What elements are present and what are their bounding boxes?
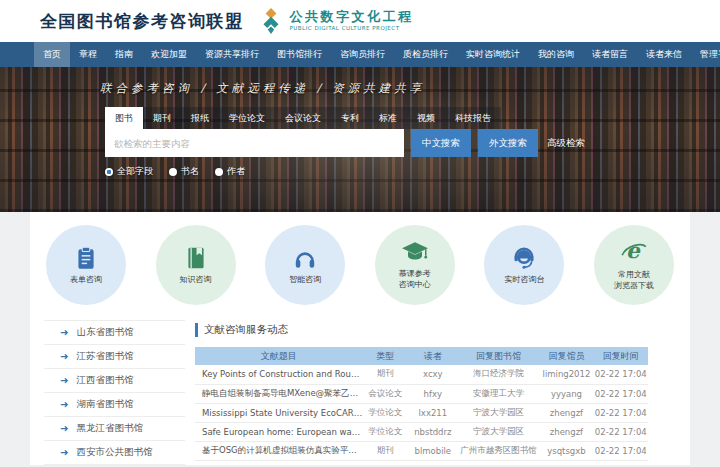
reply-library: 宁波大学园区 [458, 403, 540, 422]
field-radio-author[interactable]: 作者 [215, 165, 245, 178]
service-form-consult[interactable]: 表单咨询 [46, 225, 126, 305]
doc-title-link[interactable]: 静电自组装制备高导电MXene@聚苯乙烯... [195, 384, 363, 403]
nav-item-reader-letter[interactable]: 读者来信 [637, 42, 691, 67]
arrow-right-icon: ➜ [60, 399, 68, 410]
service-shortcuts: 表单咨询 知识咨询 智能咨询 [30, 212, 690, 310]
reply-librarian: zhengzf [539, 403, 593, 422]
table-header-row: 文献题目 类型 读者 回复图书馆 回复馆员 回复时间 [195, 347, 648, 365]
tab-conference-paper[interactable]: 会议论文 [275, 107, 331, 129]
library-link[interactable]: ➜ 湖南省图书馆 [44, 393, 185, 417]
consult-table: 文献题目 类型 读者 回复图书馆 回复馆员 回复时间 Key Points of… [195, 347, 648, 461]
table-row: 静电自组装制备高导电MXene@聚苯乙烯... 会议论文 hfxy 安徽理工大学… [195, 384, 648, 403]
reply-library: 安徽理工大学 [458, 384, 540, 403]
doc-title-link[interactable]: Mississippi State University EcoCAR exte… [195, 403, 363, 422]
library-name: 西安市公共图书馆 [76, 446, 152, 459]
reply-time: 02-22 17:04 [594, 422, 648, 441]
radio-dot-icon [105, 168, 113, 176]
tab-book[interactable]: 图书 [105, 107, 143, 129]
doc-title-link[interactable]: Key Points of Construction and Routine M… [195, 365, 363, 384]
col-doc-title: 文献题目 [195, 347, 363, 365]
col-reply-library: 回复图书馆 [458, 347, 540, 365]
reader-name: blmobile [408, 441, 458, 460]
nav-item-consultant-ranking[interactable]: 咨询员排行 [331, 42, 394, 67]
site-title: 全国图书馆参考咨询联盟 [40, 10, 244, 33]
project-name-cn: 公共数字文化工程 [290, 10, 414, 25]
doc-title-link[interactable]: 基于OSG的计算机虚拟组装仿真实验平台的... [195, 441, 363, 460]
project-logo-group: 公共数字文化工程 PUBLIC DIGITAL CULTURE PROJECT [258, 7, 414, 35]
section-title: 文献咨询服务动态 [195, 323, 648, 337]
search-field-options: 全部字段 书名 作者 [105, 165, 585, 178]
arrow-right-icon: ➜ [60, 423, 68, 434]
service-mooc-center[interactable]: 慕课参考咨询中心 [375, 225, 455, 305]
library-sidebar: ➜ 山东省图书馆 ➜ 江苏省图书馆 ➜ 江西省图书馆 ➜ 湖南省图书馆 ➜ 黑龙… [44, 320, 185, 465]
search-input[interactable] [105, 129, 404, 157]
doc-title-link[interactable]: Safe European home: European war and int… [195, 422, 363, 441]
service-realtime-desk[interactable]: 实时咨询台 [484, 225, 564, 305]
nav-item-join[interactable]: 欢迎加盟 [142, 42, 196, 67]
reply-librarian: liming2012 [539, 365, 593, 384]
headphones-icon [292, 245, 318, 271]
library-link[interactable]: ➜ 江苏省图书馆 [44, 345, 185, 369]
reader-name: xcxy [408, 365, 458, 384]
service-browser-download[interactable]: e 常用文献浏览器下载 [594, 225, 674, 305]
radio-dot-icon [169, 168, 177, 176]
nav-item-realtime-stats[interactable]: 实时咨询统计 [457, 42, 529, 67]
reply-library: 广州市越秀区图书馆 [458, 441, 540, 460]
arrow-right-icon: ➜ [60, 327, 68, 338]
field-radio-title[interactable]: 书名 [169, 165, 199, 178]
nav-item-guide[interactable]: 指南 [106, 42, 142, 67]
tab-journal[interactable]: 期刊 [143, 107, 181, 129]
content-area: 表单咨询 知识咨询 智能咨询 [30, 212, 690, 465]
tab-newspaper[interactable]: 报纸 [181, 107, 219, 129]
table-row: Safe European home: European war and int… [195, 422, 648, 441]
tab-tech-report[interactable]: 科技报告 [445, 107, 501, 129]
doc-type: 期刊 [363, 365, 408, 384]
library-name: 江苏省图书馆 [76, 350, 133, 363]
chinese-search-button[interactable]: 中文搜索 [411, 129, 471, 157]
library-name: 山东省图书馆 [76, 326, 133, 339]
nav-item-home[interactable]: 首页 [34, 42, 70, 67]
reply-librarian: zhengzf [539, 422, 593, 441]
field-radio-author-label: 作者 [227, 165, 245, 178]
headset-icon [511, 245, 537, 271]
tab-standard[interactable]: 标准 [369, 107, 407, 129]
tab-patent[interactable]: 专利 [331, 107, 369, 129]
tab-thesis[interactable]: 学位论文 [219, 107, 275, 129]
service-smart-consult[interactable]: 智能咨询 [265, 225, 345, 305]
service-knowledge-consult[interactable]: 知识咨询 [156, 225, 236, 305]
library-link[interactable]: ➜ 江西省图书馆 [44, 369, 185, 393]
doc-type: 期刊 [363, 441, 408, 460]
tab-video[interactable]: 视频 [407, 107, 445, 129]
nav-item-resource-ranking[interactable]: 资源共享排行 [196, 42, 268, 67]
reply-time: 02-22 17:04 [594, 403, 648, 422]
table-row: Key Points of Construction and Routine M… [195, 365, 648, 384]
nav-item-admin-platform[interactable]: 管理平台 [691, 42, 720, 67]
project-name-en: PUBLIC DIGITAL CULTURE PROJECT [290, 25, 414, 31]
nav-item-library-ranking[interactable]: 图书馆排行 [268, 42, 331, 67]
field-radio-title-label: 书名 [181, 165, 199, 178]
field-radio-all[interactable]: 全部字段 [105, 165, 153, 178]
library-link[interactable]: ➜ 山东省图书馆 [44, 321, 185, 345]
reply-library: 宁波大学园区 [458, 422, 540, 441]
library-link[interactable]: ➜ 黑龙江省图书馆 [44, 417, 185, 441]
search-tabs: 图书 期刊 报纸 学位论文 会议论文 专利 标准 视频 科技报告 [105, 107, 501, 129]
library-link[interactable]: ➜ 西安市公共图书馆 [44, 441, 185, 465]
site-header: 全国图书馆参考咨询联盟 公共数字文化工程 PUBLIC DIGITAL CULT… [0, 0, 720, 42]
service-label: 常用文献浏览器下载 [614, 270, 654, 292]
col-reply-librarian: 回复馆员 [539, 347, 593, 365]
nav-item-inspector-ranking[interactable]: 质检员排行 [394, 42, 457, 67]
nav-item-my-consultation[interactable]: 我的咨询 [529, 42, 583, 67]
col-reply-time: 回复时间 [594, 347, 648, 365]
nav-item-reader-message[interactable]: 读者留言 [583, 42, 637, 67]
nav-item-charter[interactable]: 章程 [70, 42, 106, 67]
doc-type: 学位论文 [363, 422, 408, 441]
culture-project-logo-icon [258, 7, 284, 35]
service-label: 实时咨询台 [504, 275, 544, 286]
reply-librarian: ysqtsgxb [539, 441, 593, 460]
advanced-search-link[interactable]: 高级检索 [547, 137, 585, 150]
doc-type: 学位论文 [363, 403, 408, 422]
col-reader: 读者 [408, 347, 458, 365]
field-radio-all-label: 全部字段 [117, 165, 153, 178]
doc-type: 会议论文 [363, 384, 408, 403]
foreign-search-button[interactable]: 外文搜索 [478, 129, 538, 157]
